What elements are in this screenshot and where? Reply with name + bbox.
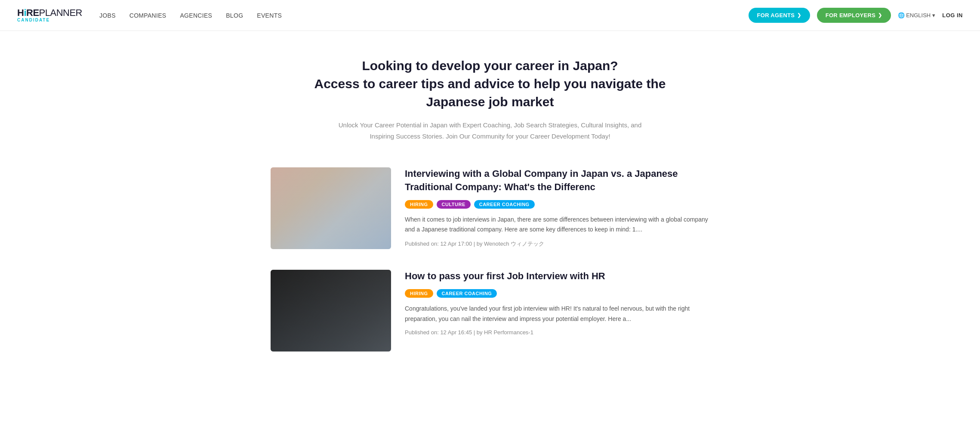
login-link[interactable]: LOG IN	[942, 12, 963, 18]
logo-candidate: CANDIDATE	[17, 18, 82, 22]
agents-chevron-icon: ❯	[797, 12, 801, 18]
image-placeholder	[271, 270, 391, 352]
nav-companies[interactable]: COMPANIES	[129, 12, 166, 19]
for-agents-button[interactable]: FOR AGENTS ❯	[749, 8, 810, 23]
hero-section: Looking to develop your career in Japan?…	[275, 31, 705, 159]
article-image[interactable]	[271, 167, 391, 249]
hero-title-line2: Access to career tips and advice to help…	[314, 77, 666, 109]
article-tags: HIRING CULTURE CAREER COACHING	[405, 200, 709, 209]
nav-jobs[interactable]: JOBS	[99, 12, 116, 19]
main-nav: JOBS COMPANIES AGENCIES BLOG EVENTS	[99, 12, 282, 19]
logo-text: HiREPLANNER	[17, 8, 82, 18]
nav-events[interactable]: EVENTS	[257, 12, 282, 19]
article-card: Interviewing with a Global Company in Ja…	[271, 167, 709, 249]
header-left: HiREPLANNER CANDIDATE JOBS COMPANIES AGE…	[17, 8, 282, 22]
hero-title-line1: Looking to develop your career in Japan?	[362, 59, 618, 73]
header-right: FOR AGENTS ❯ FOR EMPLOYERS ❯ 🌐 ENGLISH ▾…	[749, 8, 963, 23]
nav-agencies[interactable]: AGENCIES	[180, 12, 212, 19]
article-card: How to pass your first Job Interview wit…	[271, 270, 709, 352]
logo-hire: HiRE	[17, 7, 39, 18]
employers-chevron-icon: ❯	[878, 12, 882, 18]
article-excerpt: Congratulations, you've landed your firs…	[405, 304, 709, 324]
hero-title: Looking to develop your career in Japan?…	[292, 57, 688, 111]
article-title[interactable]: How to pass your first Job Interview wit…	[405, 270, 709, 283]
language-label: 🌐 ENGLISH	[898, 12, 931, 18]
nav-blog[interactable]: BLOG	[226, 12, 243, 19]
article-image[interactable]	[271, 270, 391, 352]
main-content: Interviewing with a Global Company in Ja…	[253, 167, 727, 398]
article-excerpt: When it comes to job interviews in Japan…	[405, 215, 709, 235]
article-body: Interviewing with a Global Company in Ja…	[405, 167, 709, 248]
article-meta: Published on: 12 Apr 16:45 | by HR Perfo…	[405, 329, 709, 336]
tag-career-coaching[interactable]: CAREER COACHING	[437, 289, 497, 298]
article-tags: HIRING CAREER COACHING	[405, 289, 709, 298]
article-title[interactable]: Interviewing with a Global Company in Ja…	[405, 167, 709, 194]
for-agents-label: FOR AGENTS	[757, 12, 795, 18]
for-employers-button[interactable]: FOR EMPLOYERS ❯	[817, 8, 891, 23]
tag-culture[interactable]: CULTURE	[437, 200, 471, 209]
for-employers-label: FOR EMPLOYERS	[826, 12, 876, 18]
main-header: HiREPLANNER CANDIDATE JOBS COMPANIES AGE…	[0, 0, 980, 31]
language-selector[interactable]: 🌐 ENGLISH ▾	[898, 12, 936, 18]
image-placeholder	[271, 167, 391, 249]
tag-career-coaching[interactable]: CAREER COACHING	[474, 200, 535, 209]
article-body: How to pass your first Job Interview wit…	[405, 270, 709, 336]
tag-hiring[interactable]: HIRING	[405, 200, 433, 209]
article-meta: Published on: 12 Apr 17:00 | by Wenotech…	[405, 240, 709, 248]
tag-hiring[interactable]: HIRING	[405, 289, 433, 298]
hero-subtitle: Unlock Your Career Potential in Japan wi…	[335, 120, 645, 142]
lang-chevron-icon: ▾	[932, 12, 935, 18]
logo[interactable]: HiREPLANNER CANDIDATE	[17, 8, 82, 22]
